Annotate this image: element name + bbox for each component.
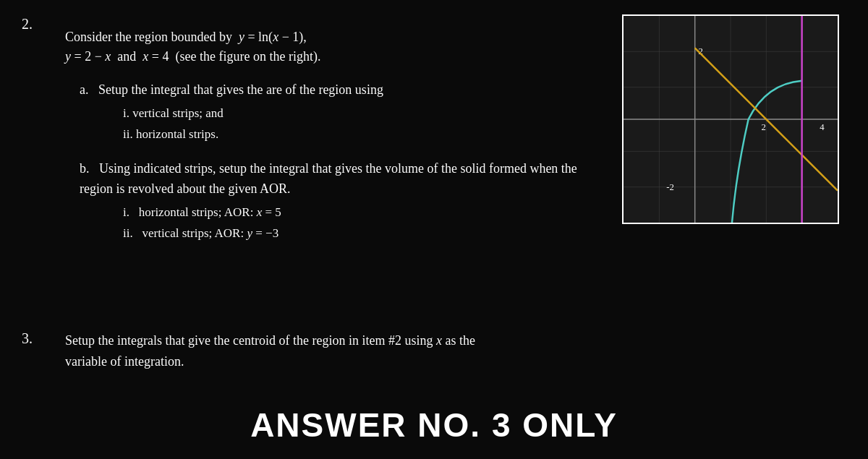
part-b-label: b. Using indicated strips, setup the int… xyxy=(80,158,608,200)
problem-2-line2: y = 2 − x and x = 4 (see the figure on t… xyxy=(65,47,608,67)
problem-3-number: 3. xyxy=(22,330,65,372)
part-a-item-i: i. vertical strips; and xyxy=(123,103,608,124)
ln-curve xyxy=(732,81,802,223)
graph-svg: 2 2 4 -2 xyxy=(624,16,838,223)
part-b-item-ii: ii. vertical strips; AOR: y = −3 xyxy=(123,223,608,244)
answer-section: ANSWER NO. 3 ONLY xyxy=(0,406,868,445)
graph-container: 2 2 4 -2 xyxy=(622,14,839,224)
graph-x2-label: 2 xyxy=(761,122,765,132)
problem-2-number: 2. xyxy=(22,16,33,33)
problem-2-line1: Consider the region bounded by y = ln(x … xyxy=(65,27,608,47)
part-a-label: a. Setup the integral that gives the are… xyxy=(80,80,608,100)
problem-3-section: 3. Setup the integrals that give the cen… xyxy=(22,330,846,372)
part-a-item-ii: ii. horizontal strips. xyxy=(123,124,608,145)
part-b-item-i: i. horizontal strips; AOR: x = 5 xyxy=(123,202,608,223)
graph-panel: 2 2 4 -2 xyxy=(622,14,846,244)
graph-x4-label: 4 xyxy=(820,122,825,132)
answer-text: ANSWER NO. 3 ONLY xyxy=(0,406,868,445)
problem-3-text: Setup the integrals that give the centro… xyxy=(65,330,475,372)
graph-ym2-label: -2 xyxy=(666,182,674,192)
